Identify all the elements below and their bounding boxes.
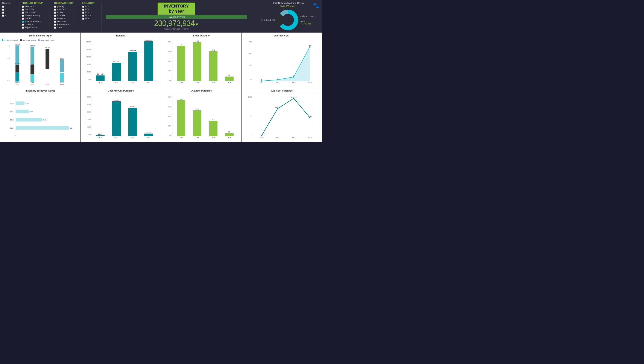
- svg-text:2016: 2016: [227, 82, 231, 84]
- loc-checkbox-4[interactable]: [82, 14, 84, 17]
- quarter-checkbox-4[interactable]: [2, 14, 4, 17]
- svg-rect-119: [128, 108, 137, 136]
- pg-board[interactable]: BOARD: [22, 17, 45, 20]
- svg-acp: 1000 500 0 2013 2014 20: [244, 94, 320, 139]
- pg-biolite[interactable]: Biolite Camping: [22, 14, 45, 17]
- ic-inventor[interactable]: Inventor: [54, 17, 73, 20]
- loc-checkbox-na[interactable]: [82, 18, 84, 20]
- pg-autocad-lt[interactable]: AutoCAD LT: [22, 11, 45, 14]
- ic-checkbox-senz[interactable]: [54, 26, 56, 29]
- pg-paperkarma[interactable]: PaperKarma: [22, 26, 45, 29]
- chart-avg-cost: Average Cost 30K 20K 10K 0K 0K 1K: [242, 32, 322, 88]
- svg-text:2013: 2013: [179, 137, 183, 139]
- svg-text:2M: 2M: [8, 58, 10, 60]
- pg-checkbox-board[interactable]: [22, 18, 24, 20]
- loc-na[interactable]: N/A: [82, 17, 97, 20]
- pg-checkbox-paperkarma[interactable]: [22, 26, 24, 29]
- ic-biolite[interactable]: Biolite: [54, 11, 73, 14]
- pg-checkbox-biolite[interactable]: [22, 14, 24, 17]
- svg-text:31K: 31K: [212, 118, 215, 120]
- svg-text:2013: 2013: [98, 82, 102, 84]
- svg-text:30K: 30K: [249, 41, 252, 43]
- loc-2[interactable]: LOC 2: [82, 8, 97, 11]
- loc-checkbox-2[interactable]: [82, 8, 84, 11]
- ic-checkbox-lockitron[interactable]: [54, 20, 56, 23]
- svg-text:2013: 2013: [260, 137, 263, 139]
- chart-title-qp: Quantity Purchase: [163, 90, 240, 93]
- svg-cap: 50M 40M 30M 20M 10M 0M 1116K 2013 43734K…: [82, 94, 159, 139]
- quarter-checkbox-3[interactable]: [2, 12, 4, 14]
- quarter-checkbox-2[interactable]: [2, 8, 4, 11]
- ic-checkbox-autocad[interactable]: [54, 8, 56, 11]
- ic-paperkarma[interactable]: PaperKarma: [54, 23, 73, 26]
- svg-text:0K: 0K: [261, 79, 263, 80]
- svg-text:0: 0: [251, 134, 252, 136]
- ic-board[interactable]: BOARD: [54, 14, 73, 17]
- svg-marker-76: [262, 47, 310, 81]
- svg-rect-58: [177, 46, 185, 81]
- loc-1[interactable]: LOC 1: [82, 5, 97, 8]
- chart-title-it: Inventory Turnover (Days): [2, 90, 79, 93]
- svg-text:2014: 2014: [114, 137, 118, 139]
- pg-select-all[interactable]: Select All: [22, 5, 45, 8]
- svg-rect-67: [225, 76, 234, 81]
- chart-inventory-turnover: Inventory Turnover (Days) 0K 1K 2013 0.2…: [0, 88, 80, 142]
- pg-lockitron[interactable]: Lockitron: [22, 23, 45, 26]
- svg-text:2015: 2015: [211, 137, 215, 139]
- svg-rect-18: [31, 65, 34, 74]
- ic-autocad[interactable]: AutoCAD: [54, 8, 73, 11]
- ic-checkbox-paperkarma[interactable]: [54, 24, 56, 26]
- ic-checkbox-inventor[interactable]: [54, 18, 56, 20]
- pg-checkbox-autocad[interactable]: [22, 8, 24, 11]
- quarter-item-1[interactable]: 1: [2, 5, 13, 8]
- loc-checkbox-3[interactable]: [82, 12, 84, 14]
- pg-inventor[interactable]: Inventor Products: [22, 20, 45, 23]
- pg-checkbox-selectall[interactable]: [22, 6, 24, 8]
- kpi-value: 230,973,934▼: [154, 19, 199, 28]
- quarter-item-3[interactable]: 3: [2, 11, 13, 14]
- svg-point-78: [277, 79, 278, 80]
- svg-text:40K: 40K: [168, 60, 171, 62]
- svg-balance: 250M 200M 150M 100M 50M 0M 32,445K 2013 …: [82, 39, 159, 84]
- svg-text:20K: 20K: [249, 53, 252, 55]
- svg-text:0M: 0M: [88, 134, 91, 136]
- svg-text:750K: 750K: [60, 58, 64, 59]
- pg-checkbox-lockitron[interactable]: [22, 24, 24, 26]
- ic-lockitron[interactable]: Lockitron: [54, 20, 73, 23]
- loc-3[interactable]: LOC 3: [82, 11, 97, 14]
- ic-senz[interactable]: Senz: [54, 26, 73, 29]
- donut-section: Stock Balance by Aging Group 100 - 360 Y…: [256, 2, 320, 31]
- svg-text:1.2K: 1.2K: [70, 127, 73, 129]
- svg-text:2013: 2013: [179, 82, 183, 84]
- svg-rect-42: [112, 63, 121, 81]
- ic-checkbox-blank[interactable]: [54, 6, 56, 8]
- pg-checkbox-autocad-lt[interactable]: [22, 12, 24, 14]
- svg-sba: 4M 2M 0M 2,035K 1,708K 1,017K 2014: [2, 42, 79, 85]
- svg-text:72K: 72K: [179, 98, 183, 100]
- svg-text:80K: 80K: [168, 96, 171, 98]
- svg-text:30M: 30M: [87, 111, 91, 113]
- ic-checkbox-board[interactable]: [54, 14, 56, 17]
- quarter-item-4[interactable]: 4: [2, 14, 13, 17]
- svg-rect-103: [16, 126, 69, 130]
- loc-checkbox-1[interactable]: [82, 6, 84, 8]
- svg-ac: 30K 20K 10K 0K 0K 1K 3K 26K: [244, 39, 320, 84]
- loc-4[interactable]: LOC 4: [82, 14, 97, 17]
- ic-blank[interactable]: (Blank): [54, 5, 73, 8]
- svg-text:2016: 2016: [60, 83, 64, 85]
- dashboard: Quarter 1 2 3 4 PRODUCT GROUP Select All: [0, 0, 322, 142]
- svg-text:2013: 2013: [46, 83, 49, 85]
- pg-autocad[interactable]: AutoCAD: [22, 8, 45, 11]
- svg-rect-45: [128, 52, 137, 81]
- quarter-checkbox-1[interactable]: [2, 6, 4, 8]
- as-at: As at 31/12/2016: [300, 20, 314, 25]
- svg-text:3167K: 3167K: [146, 132, 151, 133]
- svg-text:1,708K: 1,708K: [15, 63, 20, 64]
- ic-checkbox-biolite[interactable]: [54, 12, 56, 14]
- chart-title-cap: Cost Amount Purchase: [82, 90, 159, 93]
- pg-checkbox-inventor[interactable]: [22, 20, 24, 23]
- svg-text:0K: 0K: [250, 78, 252, 80]
- svg-text:50M: 50M: [87, 71, 91, 73]
- svg-text:169,971K: 169,971K: [129, 50, 136, 52]
- quarter-item-2[interactable]: 2: [2, 8, 13, 11]
